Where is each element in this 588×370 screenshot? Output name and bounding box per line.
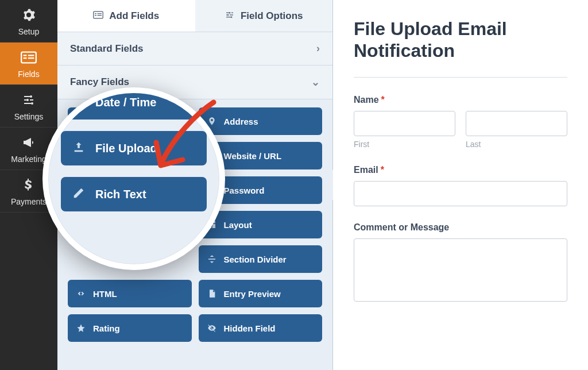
svg-rect-8: [98, 13, 102, 14]
svg-rect-6: [95, 13, 96, 14]
form-fields-icon: [21, 51, 37, 66]
megaphone-icon: [21, 136, 37, 151]
field-btn-label: Password: [224, 186, 265, 195]
sidebar-item-label: Payments: [11, 197, 47, 206]
email-input[interactable]: [354, 181, 567, 206]
form-preview: File Upload Email Notification Name* Fir…: [333, 0, 588, 370]
code-icon: [76, 288, 86, 299]
section-title: Fancy Fields: [70, 76, 129, 88]
title-divider: [354, 77, 567, 78]
field-btn-label: Hidden Field: [224, 323, 276, 333]
panel-tabs: Add Fields Field Options: [57, 0, 332, 32]
options-icon: [225, 10, 235, 22]
sidebar-item-fields[interactable]: Fields: [0, 43, 57, 85]
svg-rect-4: [28, 57, 34, 59]
chevron-right-icon: ›: [316, 43, 320, 55]
sidebar-item-label: Fields: [18, 70, 39, 79]
field-btn-label: Rating: [93, 323, 120, 333]
field-address[interactable]: Address: [199, 107, 323, 135]
chevron-down-icon: ⌄: [311, 76, 320, 88]
sidebar-item-settings[interactable]: Settings: [0, 85, 57, 128]
field-rating[interactable]: Rating: [68, 314, 192, 342]
mag-row-rich-text: Rich Text: [61, 177, 207, 211]
mag-row-label: File Upload: [95, 142, 157, 155]
field-section-divider[interactable]: Section Divider: [199, 245, 323, 273]
field-btn-label: Website / URL: [224, 151, 282, 161]
first-name-input[interactable]: [354, 111, 455, 136]
field-comment: Comment or Message: [354, 222, 567, 302]
svg-rect-9: [98, 15, 102, 16]
field-btn-label: Entry Preview: [224, 289, 281, 299]
gear-icon: [21, 8, 37, 24]
dollar-icon: [21, 178, 37, 194]
required-asterisk: *: [381, 165, 384, 175]
sidebar-item-label: Marketing: [11, 155, 46, 164]
field-btn-label: Section Divider: [224, 255, 287, 264]
upload-icon: [72, 141, 85, 156]
field-btn-label: Layout: [224, 220, 252, 230]
field-hidden[interactable]: Hidden Field: [199, 314, 323, 342]
tab-add-fields[interactable]: Add Fields: [57, 0, 195, 32]
svg-rect-2: [24, 57, 27, 59]
mag-row-file-upload: File Upload: [61, 131, 207, 165]
field-html[interactable]: HTML: [68, 280, 192, 307]
required-asterisk: *: [381, 95, 385, 105]
tab-label: Field Options: [241, 10, 303, 22]
label-comment: Comment or Message: [354, 222, 567, 233]
document-icon: [207, 288, 217, 299]
star-icon: [76, 323, 86, 333]
label-name: Name*: [354, 95, 567, 105]
divider-icon: [207, 254, 217, 264]
eye-off-icon: [207, 323, 217, 333]
magnifier-callout: Date / Time File Upload Rich Text: [42, 87, 225, 270]
svg-rect-3: [28, 55, 34, 56]
section-standard-fields[interactable]: Standard Fields ›: [57, 32, 332, 65]
svg-rect-7: [95, 15, 96, 16]
add-fields-icon: [93, 10, 103, 22]
pin-icon: [207, 116, 217, 126]
mag-row-label: Rich Text: [95, 188, 146, 201]
sidebar-item-setup[interactable]: Setup: [0, 0, 57, 43]
field-btn-label: HTML: [93, 289, 117, 299]
field-entry-preview[interactable]: Entry Preview: [199, 280, 323, 307]
first-sublabel: First: [354, 140, 455, 149]
sliders-icon: [21, 93, 37, 109]
field-btn-label: Address: [224, 117, 258, 126]
sidebar-item-label: Setup: [18, 27, 40, 36]
form-title: File Upload Email Notification: [354, 18, 567, 62]
svg-rect-1: [24, 55, 27, 56]
mag-row-label: Date / Time: [95, 96, 156, 109]
rich-text-icon: [72, 187, 85, 202]
sidebar-item-label: Settings: [14, 112, 44, 121]
tab-field-options[interactable]: Field Options: [195, 0, 333, 32]
tab-label: Add Fields: [109, 10, 159, 22]
field-email: Email*: [354, 165, 567, 206]
field-name: Name* First Last: [354, 95, 567, 149]
last-sublabel: Last: [466, 140, 567, 149]
section-title: Standard Fields: [70, 43, 144, 55]
label-email: Email*: [354, 165, 567, 175]
last-name-input[interactable]: [466, 111, 567, 136]
comment-textarea[interactable]: [354, 238, 567, 302]
